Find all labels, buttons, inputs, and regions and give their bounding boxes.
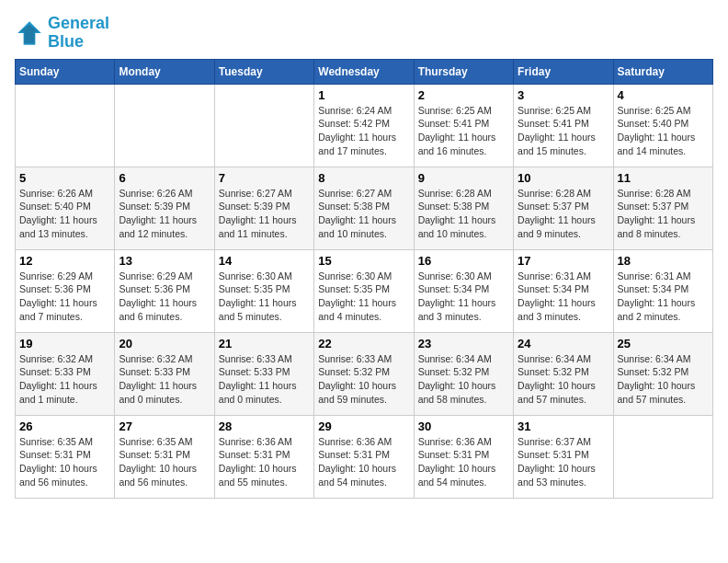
day-info: Sunrise: 6:28 AM Sunset: 5:37 PM Dayligh… (618, 187, 709, 241)
day-number: 12 (19, 254, 110, 268)
calendar-cell: 4Sunrise: 6:25 AM Sunset: 5:40 PM Daylig… (613, 84, 712, 167)
day-number: 23 (418, 337, 509, 350)
calendar-cell: 31Sunrise: 6:37 AM Sunset: 5:31 PM Dayli… (514, 415, 613, 498)
calendar-week-row: 5Sunrise: 6:26 AM Sunset: 5:40 PM Daylig… (16, 167, 713, 249)
calendar-cell: 23Sunrise: 6:34 AM Sunset: 5:32 PM Dayli… (414, 332, 513, 415)
day-info: Sunrise: 6:32 AM Sunset: 5:33 PM Dayligh… (119, 352, 210, 407)
day-info: Sunrise: 6:36 AM Sunset: 5:31 PM Dayligh… (318, 435, 409, 489)
calendar-cell: 30Sunrise: 6:36 AM Sunset: 5:31 PM Dayli… (414, 415, 513, 498)
day-header: Saturday (613, 59, 712, 84)
day-info: Sunrise: 6:31 AM Sunset: 5:34 PM Dayligh… (518, 270, 609, 324)
day-info: Sunrise: 6:30 AM Sunset: 5:35 PM Dayligh… (318, 270, 409, 324)
day-number: 15 (318, 254, 409, 268)
calendar-cell (16, 84, 115, 167)
calendar-cell: 9Sunrise: 6:28 AM Sunset: 5:38 PM Daylig… (414, 167, 513, 249)
day-info: Sunrise: 6:36 AM Sunset: 5:31 PM Dayligh… (418, 435, 509, 489)
day-header: Monday (115, 59, 214, 84)
day-number: 22 (318, 337, 409, 350)
day-info: Sunrise: 6:27 AM Sunset: 5:39 PM Dayligh… (219, 187, 310, 241)
day-number: 14 (219, 254, 310, 268)
day-number: 26 (19, 419, 110, 433)
calendar-cell: 6Sunrise: 6:26 AM Sunset: 5:39 PM Daylig… (115, 167, 214, 249)
day-number: 25 (618, 337, 709, 350)
day-number: 30 (418, 419, 509, 433)
day-header: Friday (514, 59, 613, 84)
calendar-cell: 14Sunrise: 6:30 AM Sunset: 5:35 PM Dayli… (214, 249, 313, 332)
day-header: Thursday (414, 59, 513, 84)
calendar-cell: 27Sunrise: 6:35 AM Sunset: 5:31 PM Dayli… (115, 415, 214, 498)
day-number: 3 (518, 88, 609, 102)
day-number: 10 (518, 171, 609, 185)
day-info: Sunrise: 6:28 AM Sunset: 5:38 PM Dayligh… (418, 187, 509, 241)
day-number: 16 (418, 254, 509, 268)
day-info: Sunrise: 6:31 AM Sunset: 5:34 PM Dayligh… (618, 270, 709, 324)
day-info: Sunrise: 6:34 AM Sunset: 5:32 PM Dayligh… (618, 352, 709, 407)
day-info: Sunrise: 6:34 AM Sunset: 5:32 PM Dayligh… (418, 352, 509, 407)
day-header: Sunday (16, 59, 115, 84)
calendar-cell: 21Sunrise: 6:33 AM Sunset: 5:33 PM Dayli… (214, 332, 313, 415)
calendar-body: 1Sunrise: 6:24 AM Sunset: 5:42 PM Daylig… (16, 84, 713, 498)
day-number: 1 (318, 88, 409, 102)
day-header: Wednesday (314, 59, 414, 84)
day-info: Sunrise: 6:28 AM Sunset: 5:37 PM Dayligh… (518, 187, 609, 241)
day-info: Sunrise: 6:35 AM Sunset: 5:31 PM Dayligh… (119, 435, 210, 489)
calendar-cell (214, 84, 313, 167)
calendar-cell: 2Sunrise: 6:25 AM Sunset: 5:41 PM Daylig… (414, 84, 513, 167)
calendar-cell: 5Sunrise: 6:26 AM Sunset: 5:40 PM Daylig… (16, 167, 115, 249)
calendar-cell: 12Sunrise: 6:29 AM Sunset: 5:36 PM Dayli… (16, 249, 115, 332)
calendar-cell: 24Sunrise: 6:34 AM Sunset: 5:32 PM Dayli… (514, 332, 613, 415)
day-info: Sunrise: 6:29 AM Sunset: 5:36 PM Dayligh… (19, 270, 110, 324)
logo-text: General Blue (48, 15, 109, 52)
calendar-cell: 19Sunrise: 6:32 AM Sunset: 5:33 PM Dayli… (16, 332, 115, 415)
day-info: Sunrise: 6:37 AM Sunset: 5:31 PM Dayligh… (518, 435, 609, 489)
day-number: 19 (19, 337, 110, 350)
day-number: 13 (119, 254, 210, 268)
calendar-cell (115, 84, 214, 167)
day-number: 9 (418, 171, 509, 185)
calendar-cell: 11Sunrise: 6:28 AM Sunset: 5:37 PM Dayli… (613, 167, 712, 249)
calendar-cell: 3Sunrise: 6:25 AM Sunset: 5:41 PM Daylig… (514, 84, 613, 167)
day-info: Sunrise: 6:25 AM Sunset: 5:41 PM Dayligh… (518, 104, 609, 158)
day-info: Sunrise: 6:25 AM Sunset: 5:40 PM Dayligh… (618, 104, 709, 158)
day-number: 21 (219, 337, 310, 350)
day-info: Sunrise: 6:34 AM Sunset: 5:32 PM Dayligh… (518, 352, 609, 407)
calendar-week-row: 1Sunrise: 6:24 AM Sunset: 5:42 PM Daylig… (16, 84, 713, 167)
calendar-cell: 26Sunrise: 6:35 AM Sunset: 5:31 PM Dayli… (16, 415, 115, 498)
day-number: 5 (19, 171, 110, 185)
day-header: Tuesday (214, 59, 313, 84)
day-number: 4 (618, 88, 709, 102)
day-number: 8 (318, 171, 409, 185)
day-number: 17 (518, 254, 609, 268)
day-number: 29 (318, 419, 409, 433)
calendar-cell: 10Sunrise: 6:28 AM Sunset: 5:37 PM Dayli… (514, 167, 613, 249)
calendar-cell: 7Sunrise: 6:27 AM Sunset: 5:39 PM Daylig… (214, 167, 313, 249)
calendar-cell: 18Sunrise: 6:31 AM Sunset: 5:34 PM Dayli… (613, 249, 712, 332)
day-info: Sunrise: 6:33 AM Sunset: 5:33 PM Dayligh… (219, 352, 310, 407)
day-info: Sunrise: 6:24 AM Sunset: 5:42 PM Dayligh… (318, 104, 409, 158)
day-number: 7 (219, 171, 310, 185)
calendar-table: SundayMondayTuesdayWednesdayThursdayFrid… (15, 59, 713, 499)
calendar-header: SundayMondayTuesdayWednesdayThursdayFrid… (16, 59, 713, 84)
calendar-cell: 20Sunrise: 6:32 AM Sunset: 5:33 PM Dayli… (115, 332, 214, 415)
day-info: Sunrise: 6:32 AM Sunset: 5:33 PM Dayligh… (19, 352, 110, 407)
day-number: 31 (518, 419, 609, 433)
calendar-cell: 16Sunrise: 6:30 AM Sunset: 5:34 PM Dayli… (414, 249, 513, 332)
day-number: 2 (418, 88, 509, 102)
day-info: Sunrise: 6:26 AM Sunset: 5:40 PM Dayligh… (19, 187, 110, 241)
day-info: Sunrise: 6:35 AM Sunset: 5:31 PM Dayligh… (19, 435, 110, 489)
day-info: Sunrise: 6:29 AM Sunset: 5:36 PM Dayligh… (119, 270, 210, 324)
calendar-week-row: 19Sunrise: 6:32 AM Sunset: 5:33 PM Dayli… (16, 332, 713, 415)
page-header: General Blue (15, 15, 713, 52)
calendar-cell (613, 415, 712, 498)
calendar-cell: 29Sunrise: 6:36 AM Sunset: 5:31 PM Dayli… (314, 415, 414, 498)
day-info: Sunrise: 6:30 AM Sunset: 5:34 PM Dayligh… (418, 270, 509, 324)
day-info: Sunrise: 6:25 AM Sunset: 5:41 PM Dayligh… (418, 104, 509, 158)
calendar-week-row: 26Sunrise: 6:35 AM Sunset: 5:31 PM Dayli… (16, 415, 713, 498)
day-number: 24 (518, 337, 609, 350)
calendar-cell: 15Sunrise: 6:30 AM Sunset: 5:35 PM Dayli… (314, 249, 414, 332)
day-number: 18 (618, 254, 709, 268)
calendar-week-row: 12Sunrise: 6:29 AM Sunset: 5:36 PM Dayli… (16, 249, 713, 332)
logo: General Blue (15, 15, 109, 52)
logo-icon (15, 18, 44, 48)
day-number: 27 (119, 419, 210, 433)
